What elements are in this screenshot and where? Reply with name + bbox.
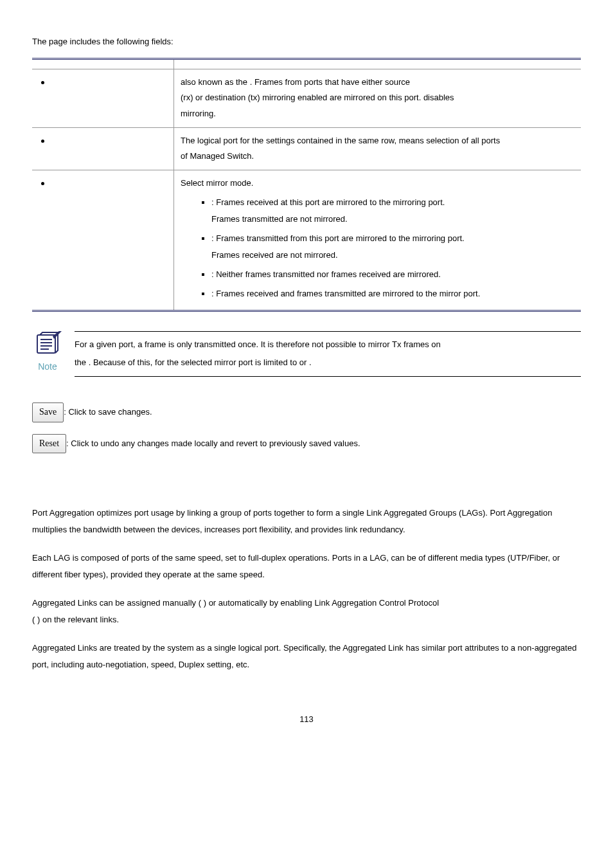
- cell-text: of Managed Switch.: [181, 151, 254, 161]
- cell-text: disables: [423, 93, 454, 102]
- note-text: or: [299, 357, 309, 367]
- p-text: (: [32, 615, 35, 624]
- reset-button[interactable]: Reset: [32, 434, 66, 454]
- item-text: : Neither frames transmitted nor frames …: [211, 269, 441, 279]
- table-row: The logical port for the settings contai…: [32, 127, 581, 170]
- bullet-icon: [41, 81, 44, 84]
- cell-text: mirroring.: [181, 109, 216, 118]
- mode-list: : Frames received at this port are mirro…: [181, 194, 574, 302]
- section-text: Port Aggregation optimizes port usage by…: [32, 505, 581, 673]
- intro-text: The page includes the following fields:: [32, 34, 581, 50]
- note-block: Note For a given port, a frame is only t…: [32, 331, 581, 377]
- note-text: .: [309, 357, 312, 367]
- cell-text: The logical port for the settings contai…: [181, 136, 500, 145]
- list-item: : Frames received and frames transmitted…: [211, 285, 574, 302]
- bullet-icon: [41, 140, 44, 143]
- cell-text: (rx) or destination (tx) mirroring enabl…: [181, 93, 423, 102]
- list-item: : Frames transmitted from this port are …: [211, 230, 574, 264]
- item-text: : Frames transmitted from this port are …: [211, 233, 465, 243]
- cell-text: . Frames from ports that have either sou…: [250, 77, 410, 87]
- paragraph: Each LAG is composed of ports of the sam…: [32, 550, 581, 583]
- page-number: 113: [32, 712, 581, 728]
- cell-text: also known as the: [181, 77, 250, 87]
- note-label: Note: [32, 358, 63, 375]
- item-text: : Frames received at this port are mirro…: [211, 197, 445, 207]
- svg-rect-0: [37, 335, 55, 353]
- p-text: ) or automatically by enabling Link Aggr…: [204, 598, 439, 608]
- note-text: . Because of this,: [89, 357, 155, 367]
- note-body: For a given port, a frame is only transm…: [75, 331, 581, 377]
- paragraph: Aggregated Links can be assigned manuall…: [32, 595, 581, 628]
- fields-table: also known as the . Frames from ports th…: [32, 58, 581, 312]
- note-icon: Note: [32, 331, 63, 375]
- list-item: : Neither frames transmitted nor frames …: [211, 266, 574, 283]
- cell-text: Select mirror mode.: [181, 178, 253, 188]
- p-text: ) on the relevant links.: [37, 615, 119, 624]
- list-item: : Frames received at this port are mirro…: [211, 194, 574, 228]
- table-row: also known as the . Frames from ports th…: [32, 69, 581, 127]
- item-cont: Frames received are not mirrored.: [211, 250, 338, 260]
- note-text: for the selected mirror port is limited …: [155, 357, 299, 367]
- save-desc: : Click to save changes.: [64, 407, 152, 417]
- paragraph: Port Aggregation optimizes port usage by…: [32, 505, 581, 538]
- bullet-icon: [41, 182, 44, 185]
- table-row: Select mirror mode. : Frames received at…: [32, 170, 581, 311]
- note-text: the: [75, 357, 89, 367]
- reset-desc: : Click to undo any changes made locally…: [66, 438, 360, 448]
- save-button[interactable]: Save: [32, 402, 64, 422]
- item-text: : Frames received and frames transmitted…: [211, 289, 480, 298]
- paragraph: Aggregated Links are treated by the syst…: [32, 640, 581, 673]
- item-cont: Frames transmitted are not mirrored.: [211, 214, 348, 224]
- note-text: For a given port, a frame is only transm…: [75, 339, 441, 349]
- p-text: Aggregated Links can be assigned manuall…: [32, 598, 201, 608]
